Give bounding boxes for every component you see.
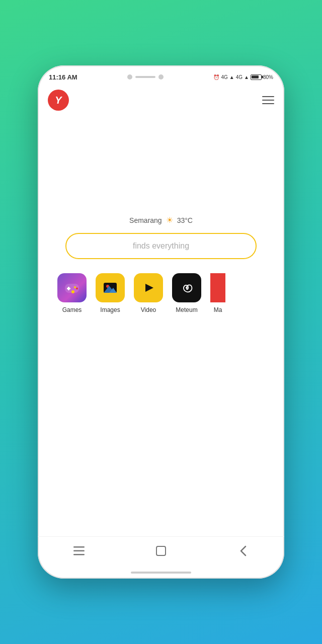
search-placeholder: finds everything (133, 242, 189, 251)
yandex-logo-letter: Y (55, 95, 61, 106)
top-nav: Y (38, 86, 284, 115)
images-label: Images (100, 306, 120, 313)
hamburger-line-3 (262, 103, 274, 104)
home-bar (131, 572, 191, 574)
bottom-nav (38, 536, 284, 567)
status-bar: 11:16 AM ⏰ 4G ▲ 4G ▲ 80% (38, 65, 284, 86)
games-icon (57, 273, 87, 302)
main-content: Semarang ☀ 33°C finds everything (38, 115, 284, 536)
svg-rect-2 (67, 288, 70, 289)
svg-rect-13 (73, 550, 85, 551)
apps-row: Games Images (55, 273, 267, 313)
status-notch (127, 74, 164, 79)
home-indicator (38, 567, 284, 579)
bottom-nav-menu-button[interactable] (66, 541, 92, 561)
games-label: Games (62, 306, 82, 313)
signal-bar-icon2: ▲ (244, 74, 249, 80)
video-label: Video (141, 306, 156, 313)
battery-percent: 80% (263, 74, 273, 80)
meteum-label: Meteum (176, 306, 197, 313)
yandex-logo[interactable]: Y (48, 90, 69, 111)
weather-sun-icon: ☀ (166, 215, 173, 225)
search-bar[interactable]: finds everything (65, 233, 257, 259)
svg-point-5 (71, 290, 74, 293)
bottom-nav-home-button[interactable] (148, 541, 174, 561)
hamburger-menu-button[interactable] (262, 96, 274, 104)
signal-bar-icon: ▲ (229, 74, 234, 80)
status-icons: ⏰ 4G ▲ 4G ▲ 80% (213, 74, 273, 80)
svg-rect-14 (73, 554, 85, 555)
svg-point-3 (74, 286, 76, 288)
partial-icon (210, 273, 225, 302)
battery-fill (252, 75, 259, 78)
notch-bar (135, 76, 155, 78)
svg-point-11 (186, 287, 188, 289)
svg-rect-12 (73, 546, 85, 548)
svg-point-4 (76, 288, 78, 290)
battery-body (251, 74, 262, 80)
signal-4g-icon2: 4G (236, 74, 243, 80)
app-item-games[interactable]: Games (57, 273, 87, 313)
status-time: 11:16 AM (49, 73, 77, 81)
app-item-meteum[interactable]: Meteum (172, 273, 201, 313)
phone-frame: 11:16 AM ⏰ 4G ▲ 4G ▲ 80% Y (38, 65, 284, 579)
svg-marker-10 (145, 284, 153, 292)
notch-dot-left (127, 74, 132, 79)
svg-rect-15 (156, 546, 166, 555)
notch-dot-right (158, 74, 164, 79)
hamburger-line-1 (262, 96, 274, 97)
meteum-icon (172, 273, 201, 302)
app-item-video[interactable]: Video (134, 273, 163, 313)
battery-icon (251, 74, 262, 80)
images-icon (96, 273, 125, 302)
signal-4g-icon: 4G (221, 74, 227, 80)
partial-label: Ma (214, 306, 222, 313)
hamburger-line-2 (262, 100, 274, 101)
weather-location: Semarang (129, 216, 162, 224)
weather-section: Semarang ☀ 33°C (129, 215, 193, 225)
alarm-icon: ⏰ (213, 74, 219, 80)
weather-temperature: 33°C (177, 216, 193, 224)
video-icon (134, 273, 163, 302)
app-item-partial[interactable]: Ma (210, 273, 225, 313)
bottom-nav-back-button[interactable] (230, 541, 256, 561)
app-item-images[interactable]: Images (96, 273, 125, 313)
